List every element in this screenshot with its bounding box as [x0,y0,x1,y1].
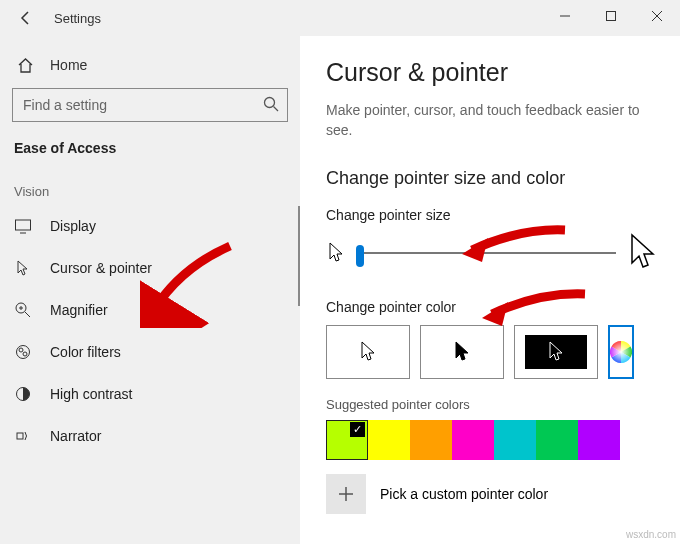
pointer-white-option[interactable] [326,325,410,379]
sidebar-item-label: Color filters [50,344,121,360]
cursor-icon [14,259,32,277]
svg-point-12 [17,346,30,359]
suggested-color-swatch[interactable] [494,420,536,460]
pointer-color-label: Change pointer color [326,299,658,315]
window-title: Settings [54,11,101,26]
custom-color-label: Pick a custom pointer color [380,486,548,502]
main-content: Cursor & pointer Make pointer, cursor, a… [300,36,680,544]
suggested-color-swatch[interactable] [452,420,494,460]
watermark: wsxdn.com [626,529,676,540]
slider-thumb[interactable] [356,245,364,267]
search-icon [262,95,280,113]
sidebar-item-label: Cursor & pointer [50,260,152,276]
sidebar-item-label: Display [50,218,96,234]
custom-color-row: Pick a custom pointer color [326,474,658,514]
sidebar-item-display[interactable]: Display [0,205,300,247]
sidebar-item-label: Magnifier [50,302,108,318]
pointer-size-label: Change pointer size [326,207,658,223]
narrator-icon [14,427,32,445]
small-cursor-icon [326,241,346,265]
section-heading: Change pointer size and color [326,168,658,189]
svg-point-4 [265,98,275,108]
magnifier-icon [14,301,32,319]
sidebar: Home Ease of Access Vision Display Curso… [0,36,300,544]
titlebar: Settings [0,0,680,36]
pointer-size-slider[interactable] [356,252,616,254]
add-custom-color-button[interactable] [326,474,366,514]
suggested-color-swatch[interactable] [578,420,620,460]
sidebar-item-color-filters[interactable]: Color filters [0,331,300,373]
sidebar-item-magnifier[interactable]: Magnifier [0,289,300,331]
category-heading: Ease of Access [0,136,300,174]
page-description: Make pointer, cursor, and touch feedback… [326,101,658,140]
page-title: Cursor & pointer [326,58,658,87]
color-filters-icon [14,343,32,361]
close-button[interactable] [634,0,680,32]
svg-rect-16 [17,433,23,439]
svg-line-5 [274,107,279,112]
sidebar-item-cursor-pointer[interactable]: Cursor & pointer [0,247,300,289]
pointer-size-slider-row [326,233,658,273]
suggested-color-swatch[interactable] [536,420,578,460]
sidebar-item-high-contrast[interactable]: High contrast [0,373,300,415]
search-input[interactable] [12,88,288,122]
svg-rect-1 [607,12,616,21]
svg-line-9 [25,312,30,317]
display-icon [14,217,32,235]
pointer-black-option[interactable] [420,325,504,379]
sidebar-item-narrator[interactable]: Narrator [0,415,300,457]
sidebar-item-label: High contrast [50,386,132,402]
search-container [12,88,288,122]
suggested-color-swatch[interactable] [368,420,410,460]
home-label: Home [50,57,87,73]
minimize-button[interactable] [542,0,588,32]
svg-point-14 [23,352,27,356]
pointer-color-options [326,325,658,379]
svg-rect-6 [16,220,31,230]
pointer-inverted-option[interactable] [514,325,598,379]
large-cursor-icon [626,233,658,273]
maximize-button[interactable] [588,0,634,32]
suggested-colors-label: Suggested pointer colors [326,397,658,412]
back-button[interactable] [16,8,36,28]
group-heading: Vision [0,174,300,205]
home-link[interactable]: Home [0,50,300,88]
pointer-custom-color-option[interactable] [608,325,634,379]
suggested-colors: ✓ [326,420,658,460]
contrast-icon [14,385,32,403]
home-icon [16,56,34,74]
sidebar-item-label: Narrator [50,428,101,444]
suggested-color-swatch[interactable] [410,420,452,460]
window-controls [542,0,680,32]
svg-point-17 [610,341,632,363]
svg-point-13 [19,348,23,352]
check-icon: ✓ [350,422,365,437]
suggested-color-swatch[interactable]: ✓ [326,420,368,460]
